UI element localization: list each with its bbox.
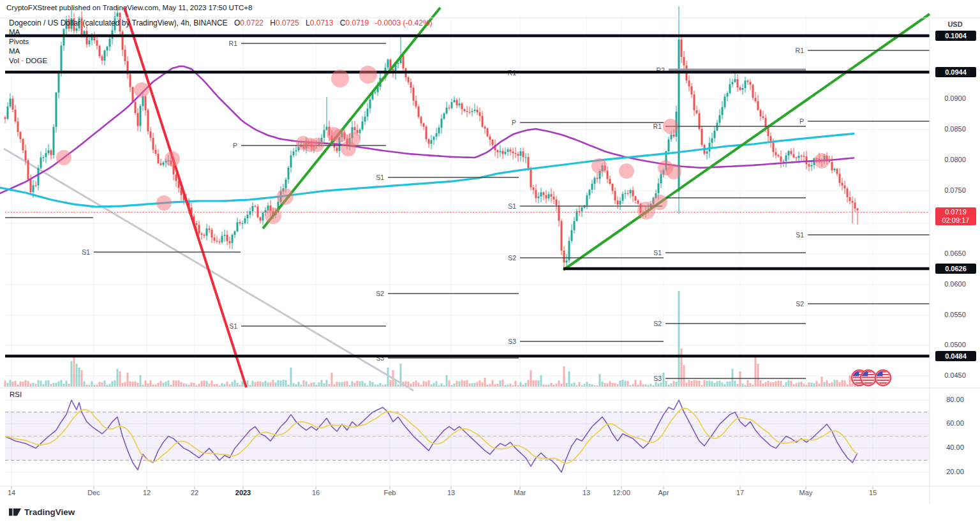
pivot-label: P xyxy=(799,117,804,125)
event-circle-marker[interactable] xyxy=(156,195,172,211)
tradingview-logo[interactable]: TradingView xyxy=(9,507,75,518)
time-tick-label: 22 xyxy=(191,489,198,496)
indicator-label-pivots[interactable]: Pivots xyxy=(9,38,29,45)
price-tick-label: 0.0450 xyxy=(933,371,977,379)
pivot-label: S3 xyxy=(653,375,662,382)
event-circle-marker[interactable] xyxy=(165,151,180,167)
volume-layer xyxy=(4,291,859,387)
pivot-label: S2 xyxy=(508,254,516,262)
price-tick-label: 0.0600 xyxy=(933,280,977,288)
price-tick-label: 0.0750 xyxy=(933,186,977,194)
event-circle-marker[interactable] xyxy=(134,82,149,98)
event-circle-marker[interactable] xyxy=(663,119,678,134)
price-tick-label: 0.0500 xyxy=(933,341,977,348)
candles-layer xyxy=(4,6,859,267)
indicator-label-ma2[interactable]: MA xyxy=(9,47,20,55)
pivot-label: R1 xyxy=(796,47,805,54)
time-tick-label: 15 xyxy=(869,489,877,496)
time-tick-label: May xyxy=(799,489,813,496)
price-change: -0.0003 (-0.42%) xyxy=(375,19,433,27)
event-circle-marker[interactable] xyxy=(277,188,293,205)
time-tick-label: 14 xyxy=(8,489,15,496)
time-tick-label: Apr xyxy=(658,489,669,496)
pivot-label: S2 xyxy=(376,290,384,297)
price-level-badge: 0.1004 xyxy=(935,31,976,41)
time-tick-label: 12:00 xyxy=(612,489,630,496)
us-flag-event-icon[interactable] xyxy=(861,370,876,385)
event-circle-marker[interactable] xyxy=(359,66,377,84)
pivot-label: S1 xyxy=(376,174,384,181)
indicator-label-volume[interactable]: Vol · DOGE xyxy=(9,57,47,64)
pivot-label: R1 xyxy=(229,40,238,47)
event-circle-marker[interactable] xyxy=(652,195,667,210)
pivot-label: S1 xyxy=(653,249,662,257)
time-tick-label: 13 xyxy=(447,489,455,496)
event-circle-marker[interactable] xyxy=(331,70,349,87)
rsi-tick-label: 20.00 xyxy=(933,468,977,475)
event-circle-marker[interactable] xyxy=(666,164,681,179)
event-circle-marker[interactable] xyxy=(591,158,607,174)
rsi-pane-label[interactable]: RSI xyxy=(10,391,22,398)
ma-cyan-line xyxy=(0,133,854,207)
pivot-label: S2 xyxy=(796,300,804,308)
time-tick-label: Dec xyxy=(87,489,100,496)
event-circle-marker[interactable] xyxy=(265,207,281,224)
time-tick-label: Feb xyxy=(384,489,396,496)
red-downtrend[interactable] xyxy=(124,8,246,387)
price-level-badge: 0.0944 xyxy=(935,67,976,77)
rsi-band xyxy=(5,412,930,460)
pivot-label: P xyxy=(512,119,516,126)
time-tick-label: 16 xyxy=(312,489,320,496)
price-tick-label: 0.0850 xyxy=(933,125,977,133)
event-circle-marker[interactable] xyxy=(332,129,346,143)
indicator-label-ma1[interactable]: MA xyxy=(9,28,20,36)
event-circle-marker[interactable] xyxy=(56,150,71,165)
pivot-label: S1 xyxy=(229,322,237,330)
pivot-label: S1 xyxy=(796,231,804,239)
current-price-badge: 0.071902:09:17 xyxy=(935,207,976,225)
event-circle-marker[interactable] xyxy=(346,132,360,146)
pivot-label: S3 xyxy=(508,338,516,345)
pivot-label: S1 xyxy=(508,202,516,210)
pivot-label: S2 xyxy=(653,320,662,327)
event-circle-marker[interactable] xyxy=(619,163,634,179)
pivot-label: R1 xyxy=(653,123,662,130)
rsi-tick-label: 80.00 xyxy=(933,396,977,403)
tradingview-chart-page: CryptoFXStreet published on TradingView.… xyxy=(0,0,980,522)
event-markers-layer xyxy=(56,66,829,224)
us-flag-event-icon[interactable] xyxy=(875,370,891,385)
price-level-badge: 0.0484 xyxy=(935,351,976,361)
time-tick-label: 2023 xyxy=(235,489,251,496)
chart-legend: Dogecoin / US Dollar (calculated by Trad… xyxy=(9,19,433,27)
tradingview-logo-icon xyxy=(9,507,21,518)
rsi-tick-label: 40.00 xyxy=(933,444,977,451)
currency-label: USD xyxy=(933,20,977,28)
time-tick-label: Mar xyxy=(514,489,526,496)
price-tick-label: 0.0900 xyxy=(933,94,977,102)
event-circle-marker[interactable] xyxy=(814,153,829,168)
price-tick-label: 0.0550 xyxy=(933,311,977,318)
green-uptrend-2[interactable] xyxy=(563,14,930,270)
price-tick-label: 0.0800 xyxy=(933,156,977,163)
price-tick-label: 0.0650 xyxy=(933,250,977,257)
price-level-badge: 0.0626 xyxy=(935,264,976,274)
time-tick-label: 13 xyxy=(583,489,590,496)
price-chart[interactable]: S1R1PS1S1S2S3R1PS1S2S3R2R1S1S2S3R1PS1S2 xyxy=(0,0,980,522)
rsi-tick-label: 60.00 xyxy=(933,419,977,427)
pivot-label: P xyxy=(233,142,237,149)
time-tick-label: 12 xyxy=(143,489,151,496)
event-circle-marker[interactable] xyxy=(310,138,324,152)
symbol-title[interactable]: Dogecoin / US Dollar (calculated by Trad… xyxy=(9,19,228,27)
time-tick-label: 17 xyxy=(736,489,744,496)
pivot-label: S1 xyxy=(82,248,90,256)
